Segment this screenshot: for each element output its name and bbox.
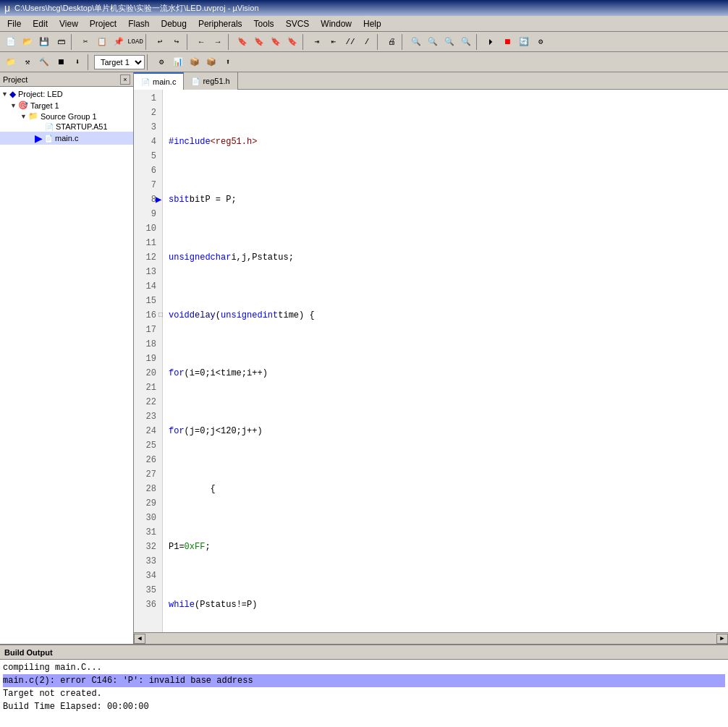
bookmark-btn[interactable]: 🔖: [234, 34, 250, 50]
save-btn[interactable]: 💾: [36, 34, 52, 50]
scroll-right-btn[interactable]: ▶: [716, 634, 728, 644]
sep2: [145, 34, 150, 50]
sep10: [147, 54, 151, 70]
current-arrow-icon: ▶: [35, 132, 43, 144]
project-panel: Project × ▼ ◆ Project: LED ▼ 🎯 Target 1 …: [0, 72, 134, 644]
code-line-9: while(Pstatus!=P): [169, 598, 722, 612]
paste-btn[interactable]: 📌: [111, 34, 127, 50]
debug-btn[interactable]: ⏵: [483, 34, 499, 50]
scroll-left-btn[interactable]: ◀: [134, 634, 145, 644]
menu-item-edit[interactable]: Edit: [27, 16, 54, 31]
tab-mainc[interactable]: 📄 main.c: [134, 72, 184, 90]
bookmark3-btn[interactable]: 🔖: [268, 34, 284, 50]
tree-item-target[interactable]: ▼ 🎯 Target 1: [0, 100, 133, 111]
titlebar: μ C:\Users\hcg\Desktop\单片机实验\实验一流水灯\LED.…: [0, 0, 728, 16]
rebuild-btn[interactable]: 🔨: [36, 54, 52, 70]
pack-btn[interactable]: 📦: [187, 54, 203, 70]
cut-btn[interactable]: ✂: [77, 34, 93, 50]
pack2-btn[interactable]: 📦: [203, 54, 219, 70]
menu-item-debug[interactable]: Debug: [156, 16, 192, 31]
indent-btn[interactable]: ⇥: [309, 34, 325, 50]
sep3: [187, 34, 191, 50]
print-btn[interactable]: 🖨: [384, 34, 399, 50]
sep5: [302, 34, 307, 50]
open-btn[interactable]: 📂: [20, 34, 35, 50]
menu-item-svcs[interactable]: SVCS: [280, 16, 316, 31]
target-arrow-icon: ▼: [10, 102, 17, 109]
reset-btn[interactable]: 🔄: [516, 34, 532, 50]
build-line-2: main.c(2): error C146: 'P': invalid base…: [3, 674, 725, 687]
redo-btn[interactable]: ↪: [169, 34, 185, 50]
menu-item-tools[interactable]: Tools: [248, 16, 280, 31]
tab-mainc-label: main.c: [153, 77, 176, 86]
tree-item-source-group[interactable]: ▼ 📁 Source Group 1: [0, 111, 133, 122]
build-title: Build Output: [4, 648, 53, 657]
tree-item-project[interactable]: ▼ ◆ Project: LED: [0, 88, 133, 100]
code-content[interactable]: #include <reg51.h> ▶ sbit bitP = P; unsi…: [163, 90, 728, 632]
tree-item-mainc[interactable]: ▶ 📄 main.c: [0, 132, 133, 145]
project-close-btn[interactable]: ×: [120, 75, 130, 85]
manage-btn[interactable]: 📊: [170, 54, 186, 70]
new-btn[interactable]: 📄: [3, 34, 19, 50]
startup-label: STARTUP.A51: [56, 122, 108, 131]
unindent-btn[interactable]: ⇤: [326, 34, 342, 50]
find4-btn[interactable]: 🔍: [458, 34, 474, 50]
settings-btn[interactable]: ⚙: [533, 34, 549, 50]
project-title: Project: [3, 75, 27, 84]
comment-btn[interactable]: //: [342, 34, 358, 50]
code-line-3: unsigned char i,j,Pstatus;: [169, 250, 722, 265]
horiz-scroll[interactable]: ◀ ▶: [134, 632, 728, 644]
target-icon: 🎯: [18, 101, 28, 110]
tab-reg51-label: reg51.h: [203, 77, 229, 85]
find-btn[interactable]: 🔍: [408, 34, 424, 50]
code-area[interactable]: 1 2 3 4 5 6 7 8 9 10 11 12 13 14 15 16 1…: [134, 90, 728, 632]
target-select[interactable]: Target 1: [94, 55, 145, 69]
sep7: [402, 34, 406, 50]
tab-reg51[interactable]: 📄 reg51.h: [184, 72, 237, 90]
line-numbers: 1 2 3 4 5 6 7 8 9 10 11 12 13 14 15 16 1…: [134, 90, 163, 632]
tree-item-startup[interactable]: 📄 STARTUP.A51: [0, 122, 133, 132]
nav-back-btn[interactable]: ←: [193, 34, 209, 50]
copy-btn[interactable]: 📋: [94, 34, 110, 50]
sep9: [88, 54, 92, 70]
code-line-2: ▶ sbit bitP = P;: [169, 192, 722, 207]
menu-item-flash[interactable]: Flash: [122, 16, 155, 31]
tab-bar: 📄 main.c 📄 reg51.h: [134, 72, 728, 90]
target-label: Target 1: [30, 101, 59, 110]
reg51-tab-icon: 📄: [191, 77, 200, 85]
load-btn[interactable]: LOAD: [127, 34, 143, 50]
build-content: compiling main.C... main.c(2): error C14…: [0, 660, 728, 727]
project-titlebar: Project ×: [0, 72, 133, 87]
stop-btn[interactable]: ⏹: [499, 34, 515, 50]
code-line-7: {: [169, 482, 722, 496]
build-line-3: Target not created.: [3, 687, 725, 700]
code-line-4: □void delay(unsigned int time) {: [169, 308, 722, 323]
nav-fwd-btn[interactable]: →: [210, 34, 226, 50]
find3-btn[interactable]: 🔍: [441, 34, 457, 50]
menu-item-window[interactable]: Window: [315, 16, 357, 31]
project-root-label: Project: LED: [18, 90, 63, 98]
stop-build-btn[interactable]: ⏹: [53, 54, 69, 70]
menu-item-project[interactable]: Project: [84, 16, 122, 31]
menu-item-file[interactable]: File: [1, 16, 27, 31]
build-btn[interactable]: ⚒: [20, 54, 35, 70]
build-line-4: Build Time Elapsed: 00:00:00: [3, 700, 725, 713]
build-titlebar: Build Output: [0, 645, 728, 660]
folder-icon: 📁: [28, 111, 38, 121]
download-btn[interactable]: ⬇: [69, 54, 85, 70]
target-options-btn[interactable]: ⚙: [153, 54, 169, 70]
find2-btn[interactable]: 🔍: [425, 34, 441, 50]
app-icon: μ: [4, 2, 10, 14]
menu-item-peripherals[interactable]: Peripherals: [192, 16, 248, 31]
undo-btn[interactable]: ↩: [152, 34, 168, 50]
load2-btn[interactable]: ⬆: [220, 54, 236, 70]
save-all-btn[interactable]: 🗃: [53, 34, 69, 50]
menu-item-help[interactable]: Help: [357, 16, 387, 31]
menu-item-view[interactable]: View: [54, 16, 84, 31]
bookmark4-btn[interactable]: 🔖: [284, 34, 300, 50]
bookmark2-btn[interactable]: 🔖: [251, 34, 267, 50]
uncomment-btn[interactable]: /: [359, 34, 375, 50]
toolbar1: 📄 📂 💾 🗃 ✂ 📋 📌 LOAD ↩ ↪ ← → 🔖 🔖 🔖 🔖 ⇥ ⇤ /…: [0, 32, 728, 52]
project-btn[interactable]: 📁: [3, 54, 19, 70]
project-icon: ◆: [9, 89, 16, 99]
